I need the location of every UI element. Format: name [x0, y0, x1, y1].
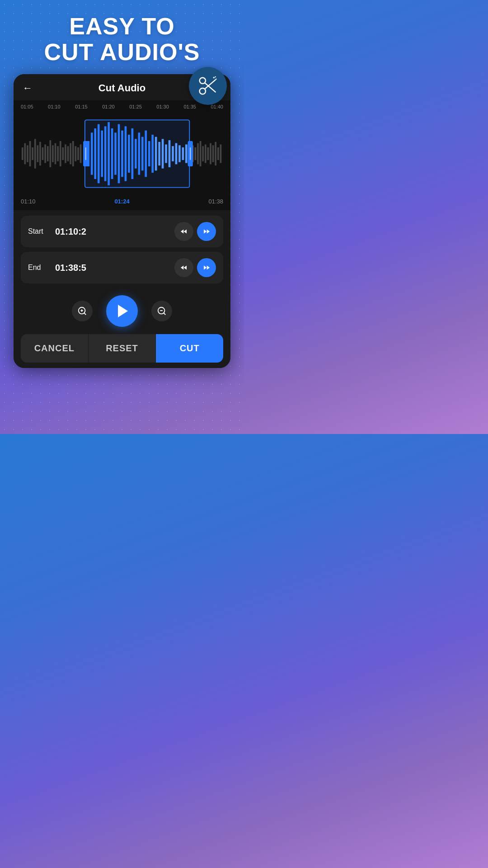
cancel-button[interactable]: CANCEL — [21, 334, 88, 363]
waveform-svg — [21, 113, 223, 194]
headline-section: EASY TO CUT AUDIO'S — [0, 0, 244, 74]
svg-rect-13 — [34, 139, 36, 169]
svg-rect-70 — [207, 147, 209, 160]
timeline-marker-0: 01:05 — [21, 104, 33, 109]
reset-button[interactable]: RESET — [88, 334, 156, 363]
waveform-section: 01:05 01:10 01:15 01:20 01:25 01:30 01:3… — [14, 100, 230, 210]
timeline-marker-6: 01:35 — [183, 104, 196, 109]
svg-point-6 — [215, 76, 216, 78]
svg-rect-10 — [27, 146, 28, 162]
timeline-marker-3: 01:20 — [102, 104, 115, 109]
svg-rect-39 — [108, 122, 110, 185]
start-rewind-button[interactable] — [174, 222, 193, 241]
svg-rect-34 — [91, 133, 93, 175]
waveform-container[interactable] — [21, 113, 223, 194]
svg-rect-45 — [128, 135, 130, 173]
svg-rect-44 — [125, 127, 127, 181]
start-time-row: Start 01:10:2 — [21, 216, 223, 247]
bottom-actions: CANCEL RESET CUT — [21, 334, 223, 363]
svg-rect-26 — [67, 146, 69, 162]
waveform-current-time: 01:24 — [114, 198, 129, 205]
waveform-end-time: 01:38 — [208, 198, 223, 205]
svg-rect-40 — [111, 128, 113, 179]
svg-rect-49 — [141, 137, 144, 171]
svg-rect-51 — [148, 141, 150, 166]
svg-rect-31 — [80, 145, 82, 163]
scissors-icon — [197, 75, 219, 97]
svg-rect-67 — [200, 141, 202, 166]
end-btn-group — [174, 258, 216, 277]
zoom-in-button[interactable] — [72, 301, 93, 321]
phone-card: ← Cut Audio 01:05 01:10 01:15 01:20 01:2… — [14, 74, 230, 368]
start-label: Start — [28, 227, 55, 236]
svg-rect-11 — [29, 141, 31, 166]
svg-rect-27 — [70, 143, 71, 165]
svg-rect-35 — [94, 128, 96, 179]
svg-rect-48 — [138, 133, 140, 175]
timeline-marker-5: 01:30 — [156, 104, 169, 109]
svg-rect-22 — [57, 146, 59, 162]
end-forward-button[interactable] — [197, 258, 216, 277]
timeline-marker-1: 01:10 — [48, 104, 61, 109]
start-btn-group — [174, 222, 216, 241]
svg-rect-20 — [52, 146, 54, 162]
svg-rect-53 — [155, 137, 157, 171]
svg-rect-9 — [24, 143, 26, 165]
svg-rect-77 — [85, 147, 86, 160]
end-value: 01:38:5 — [55, 263, 174, 273]
svg-rect-52 — [151, 135, 154, 173]
svg-rect-62 — [185, 145, 188, 163]
svg-rect-54 — [158, 142, 160, 165]
svg-rect-25 — [65, 145, 66, 163]
svg-rect-42 — [118, 124, 120, 184]
app-title: Cut Audio — [99, 82, 145, 94]
timeline-marker-4: 01:25 — [129, 104, 142, 109]
svg-rect-38 — [104, 127, 107, 181]
svg-rect-56 — [165, 145, 167, 163]
start-forward-button[interactable] — [197, 222, 216, 241]
svg-rect-14 — [37, 146, 38, 162]
svg-rect-12 — [32, 147, 33, 160]
svg-rect-73 — [215, 142, 216, 165]
svg-rect-58 — [172, 146, 174, 162]
svg-rect-15 — [39, 142, 41, 165]
svg-rect-29 — [75, 146, 76, 162]
svg-rect-18 — [47, 146, 49, 162]
svg-rect-30 — [77, 147, 79, 160]
svg-rect-71 — [210, 143, 211, 165]
svg-rect-37 — [101, 131, 103, 177]
svg-point-4 — [213, 77, 215, 78]
timeline-marker-2: 01:15 — [75, 104, 88, 109]
end-time-row: End 01:38:5 — [21, 252, 223, 283]
waveform-times: 01:10 01:24 01:38 — [14, 194, 230, 210]
end-rewind-button[interactable] — [174, 258, 193, 277]
svg-rect-69 — [205, 145, 206, 163]
playback-controls — [21, 288, 223, 331]
svg-rect-61 — [182, 147, 184, 160]
back-button[interactable]: ← — [23, 82, 33, 94]
svg-line-81 — [84, 313, 86, 315]
svg-rect-68 — [202, 146, 204, 162]
svg-rect-8 — [22, 147, 23, 160]
svg-rect-19 — [49, 141, 51, 168]
svg-rect-65 — [195, 147, 197, 160]
svg-rect-16 — [42, 147, 44, 160]
svg-rect-41 — [114, 133, 117, 175]
waveform-start-time: 01:10 — [21, 198, 36, 205]
cut-button[interactable]: CUT — [156, 334, 223, 363]
svg-rect-24 — [62, 147, 64, 160]
svg-rect-60 — [178, 146, 181, 162]
start-value: 01:10:2 — [55, 226, 174, 237]
play-icon — [118, 305, 128, 317]
svg-rect-46 — [131, 128, 134, 179]
scissors-badge — [189, 67, 227, 105]
svg-rect-50 — [145, 131, 147, 177]
play-button[interactable] — [106, 295, 138, 327]
headline-text: EASY TO CUT AUDIO'S — [9, 14, 235, 65]
svg-rect-28 — [72, 141, 74, 166]
svg-rect-47 — [135, 139, 137, 169]
zoom-out-button[interactable] — [151, 301, 172, 321]
svg-rect-23 — [60, 141, 61, 166]
svg-point-5 — [216, 79, 217, 80]
controls-section: Start 01:10:2 End 01:38:5 — [14, 210, 230, 368]
